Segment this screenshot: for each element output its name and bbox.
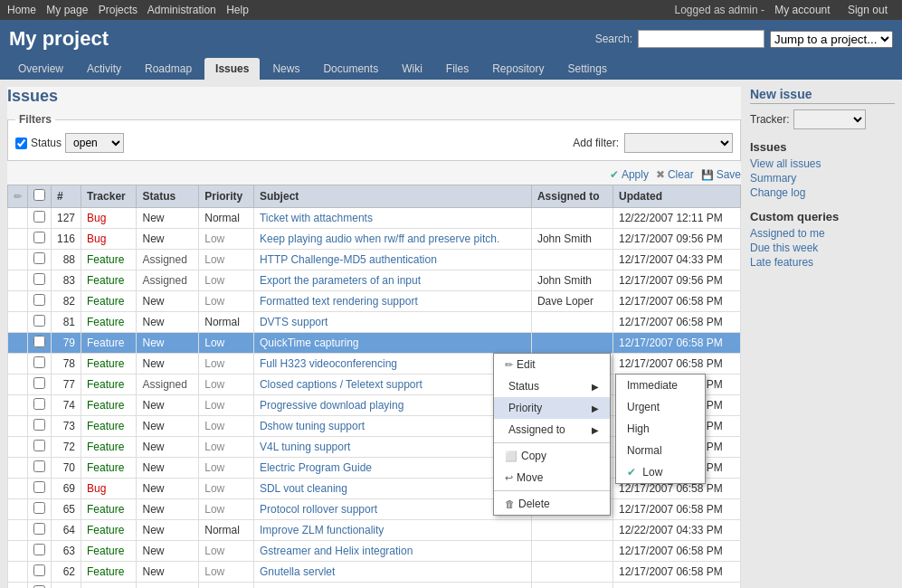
row-checkbox[interactable] xyxy=(33,523,45,535)
ctx-delete[interactable]: 🗑Delete xyxy=(494,493,610,515)
save-button[interactable]: 💾 Save xyxy=(701,168,741,181)
issue-link[interactable]: QuickTime capturing xyxy=(260,337,359,349)
row-subject[interactable]: Dshow tuning support xyxy=(253,416,531,437)
row-subject[interactable]: Improve ZLM functionality xyxy=(253,520,531,541)
tab-files[interactable]: Files xyxy=(435,58,479,80)
row-subject[interactable]: Closed captions / Teletext support xyxy=(253,375,531,395)
row-checkbox[interactable] xyxy=(33,356,45,368)
tab-issues[interactable]: Issues xyxy=(204,58,260,80)
th-tracker[interactable]: Tracker xyxy=(81,185,137,208)
issue-link[interactable]: HTTP Challenge-MD5 authentication xyxy=(260,253,437,266)
row-subject[interactable]: QuickTime capturing xyxy=(253,333,531,354)
th-priority[interactable]: Priority xyxy=(199,185,254,208)
tab-documents[interactable]: Documents xyxy=(312,58,389,80)
ctx-priority[interactable]: Priority ▶ xyxy=(494,397,610,419)
jump-to-project[interactable]: Jump to a project... xyxy=(770,31,893,48)
issue-link[interactable]: Export the parameters of an input xyxy=(260,274,421,287)
status-select[interactable]: openclosedany xyxy=(65,133,124,153)
nav-projects[interactable]: Projects xyxy=(99,4,138,16)
row-checkbox[interactable] xyxy=(33,460,45,472)
row-checkbox[interactable] xyxy=(33,294,45,306)
row-checkbox[interactable] xyxy=(33,544,45,555)
row-subject[interactable]: Ticket with attachments xyxy=(253,208,531,229)
tab-news[interactable]: News xyxy=(261,58,310,80)
row-checkbox[interactable] xyxy=(33,336,45,347)
nav-admin[interactable]: Administration xyxy=(147,4,216,16)
row-subject[interactable]: Export the parameters of an input xyxy=(253,270,531,291)
issue-link[interactable]: Gnutella servlet xyxy=(260,565,335,578)
row-subject[interactable]: Full H323 videoconferencing xyxy=(253,354,531,375)
issue-link[interactable]: Progressive download playing xyxy=(260,399,404,412)
row-subject[interactable]: Keep playing audio when rw/ff and preser… xyxy=(253,229,531,250)
issue-link[interactable]: Improve ZLM functionality xyxy=(260,524,384,536)
due-this-week-link[interactable]: Due this week xyxy=(750,242,895,254)
issue-link[interactable]: Electric Program Guide xyxy=(260,461,372,474)
sign-out-link[interactable]: Sign out xyxy=(848,4,888,16)
row-subject[interactable]: Gnutella servlet xyxy=(253,562,531,583)
priority-immediate[interactable]: Immediate xyxy=(616,375,705,396)
th-assigned[interactable]: Assigned to xyxy=(531,185,612,208)
row-checkbox[interactable] xyxy=(33,502,45,514)
priority-normal[interactable]: Normal xyxy=(616,440,705,461)
priority-low[interactable]: ✔ Low xyxy=(616,461,705,483)
row-checkbox[interactable] xyxy=(33,398,45,410)
priority-high[interactable]: High xyxy=(616,418,705,440)
apply-button[interactable]: ✔ Apply xyxy=(610,168,649,181)
row-subject[interactable]: Protocol rollover support xyxy=(253,499,531,520)
ctx-assigned[interactable]: Assigned to ▶ xyxy=(494,419,610,441)
issue-link[interactable]: V4L tuning support xyxy=(260,441,350,453)
late-features-link[interactable]: Late features xyxy=(750,256,895,269)
row-subject[interactable]: Electric Program Guide xyxy=(253,458,531,479)
tab-repository[interactable]: Repository xyxy=(481,58,555,80)
row-subject[interactable]: Gstreamer and Helix integration xyxy=(253,541,531,562)
status-checkbox[interactable] xyxy=(15,138,27,149)
issue-link[interactable]: Closed captions / Teletext support xyxy=(260,378,423,391)
my-account-link[interactable]: My account xyxy=(774,4,830,16)
row-subject[interactable]: HTTP Challenge-MD5 authentication xyxy=(253,250,531,270)
issue-link[interactable]: Dshow tuning support xyxy=(260,420,365,432)
issue-link[interactable]: Formatted text rendering support xyxy=(260,295,418,308)
tab-wiki[interactable]: Wiki xyxy=(391,58,433,80)
th-updated[interactable]: Updated xyxy=(613,185,741,208)
tab-activity[interactable]: Activity xyxy=(76,58,132,80)
row-checkbox[interactable] xyxy=(33,564,45,576)
row-checkbox[interactable] xyxy=(33,273,45,285)
ctx-move[interactable]: ↩Move xyxy=(494,467,610,488)
priority-urgent[interactable]: Urgent xyxy=(616,396,705,418)
row-subject[interactable]: V4L tuning support xyxy=(253,437,531,458)
row-subject[interactable]: DVTS support xyxy=(253,312,531,333)
row-subject[interactable]: Finalization of Pocket PC port xyxy=(253,583,531,589)
row-checkbox[interactable] xyxy=(33,419,45,431)
row-checkbox[interactable] xyxy=(33,377,45,389)
th-status[interactable]: Status xyxy=(137,185,199,208)
summary-link[interactable]: Summary xyxy=(750,172,895,185)
issue-link[interactable]: SDL vout cleaning xyxy=(260,482,347,495)
tab-roadmap[interactable]: Roadmap xyxy=(134,58,203,80)
nav-mypage[interactable]: My page xyxy=(46,4,88,16)
clear-button[interactable]: ✖ Clear xyxy=(656,168,694,181)
tab-overview[interactable]: Overview xyxy=(7,58,74,80)
nav-home[interactable]: Home xyxy=(7,4,36,16)
th-id[interactable]: # xyxy=(52,185,81,208)
row-checkbox[interactable] xyxy=(33,440,45,451)
assigned-to-me-link[interactable]: Assigned to me xyxy=(750,227,895,240)
row-checkbox[interactable] xyxy=(33,252,45,264)
issue-link[interactable]: Gstreamer and Helix integration xyxy=(260,545,413,557)
nav-help[interactable]: Help xyxy=(226,4,249,16)
th-subject[interactable]: Subject xyxy=(253,185,531,208)
row-subject[interactable]: Formatted text rendering support xyxy=(253,291,531,312)
ctx-copy[interactable]: ⬜Copy xyxy=(494,445,610,467)
change-log-link[interactable]: Change log xyxy=(750,186,895,199)
row-checkbox[interactable] xyxy=(33,232,45,243)
row-subject[interactable]: SDL vout cleaning xyxy=(253,479,531,499)
row-checkbox[interactable] xyxy=(33,481,45,493)
view-all-issues-link[interactable]: View all issues xyxy=(750,157,895,170)
issue-link[interactable]: Keep playing audio when rw/ff and preser… xyxy=(260,232,499,245)
row-checkbox[interactable] xyxy=(33,211,45,223)
add-filter-select[interactable] xyxy=(624,133,733,153)
issue-link[interactable]: Protocol rollover support xyxy=(260,503,377,516)
row-subject[interactable]: Progressive download playing xyxy=(253,395,531,416)
row-checkbox[interactable] xyxy=(33,315,45,327)
ctx-edit[interactable]: ✏Edit xyxy=(494,354,610,375)
issue-link[interactable]: DVTS support xyxy=(260,316,328,328)
